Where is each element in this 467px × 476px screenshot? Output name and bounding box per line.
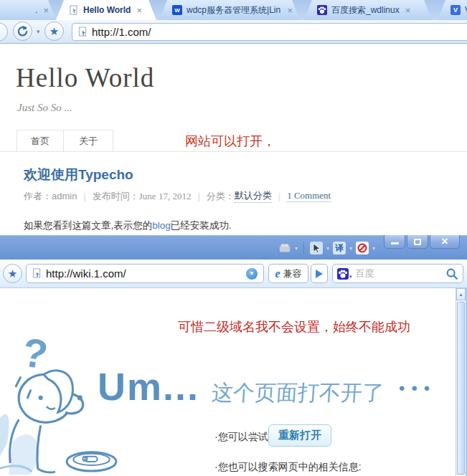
- chevron-down-icon[interactable]: ▾: [37, 28, 40, 35]
- body-text: 已经安装成功.: [171, 220, 232, 231]
- post-title[interactable]: 欢迎使用Typecho: [24, 166, 133, 184]
- error-try-label: ·您可以尝试: [214, 431, 268, 444]
- chevron-down-icon[interactable]: ▾: [349, 245, 352, 252]
- tab-baidu-search[interactable]: 百度搜索_wdlinux ×: [304, 0, 432, 20]
- tab-hello-world[interactable]: Hello World ×: [56, 0, 156, 20]
- tab-label: 百度搜索_wdlinux: [331, 4, 400, 16]
- meta-separator: |: [197, 191, 199, 201]
- meta-date: June 17, 2012: [139, 191, 192, 202]
- refresh-button[interactable]: [13, 22, 32, 41]
- chevron-down-icon[interactable]: ▾: [326, 245, 329, 252]
- search-input[interactable]: [356, 268, 442, 279]
- wdcp-icon: W: [172, 5, 182, 15]
- screen: . × Hello World × W wdcp服务器管理系统|Lin... ×…: [0, 0, 467, 476]
- tab-label: .: [35, 5, 37, 15]
- ie-icon: e: [275, 268, 280, 280]
- star-icon: ★: [8, 268, 17, 279]
- cursor-tool-icon[interactable]: [310, 242, 323, 254]
- blog-link[interactable]: blog: [152, 220, 171, 231]
- meta-category-label: 分类：: [207, 190, 235, 203]
- url-dropdown-icon[interactable]: ▼: [246, 268, 258, 280]
- chevron-down-icon: ▾: [349, 274, 352, 280]
- chevron-down-icon[interactable]: ▾: [372, 245, 375, 252]
- url-text: http://1.com/: [92, 26, 151, 38]
- search-icon[interactable]: [445, 267, 458, 280]
- maximize-button[interactable]: [407, 235, 428, 249]
- browser1-nav-bar: ▾ ★ http://1.com/: [0, 20, 467, 44]
- close-icon: ×: [441, 236, 448, 247]
- browser2-title-bar[interactable]: ▾ ▾ 译 ▾ ▾ ×: [0, 235, 467, 260]
- baidu-paw-icon: [317, 5, 327, 15]
- back-button[interactable]: [0, 22, 8, 42]
- archive-icon[interactable]: [278, 242, 291, 254]
- nav-item-home[interactable]: 首页: [16, 130, 64, 152]
- close-icon[interactable]: ×: [287, 5, 293, 16]
- favorites-button[interactable]: ★: [44, 22, 64, 41]
- compatibility-label: 兼容: [283, 267, 302, 280]
- vm-icon: V: [451, 5, 461, 15]
- meta-date-label: 发布时间：: [93, 190, 139, 203]
- error-um-text: Um...: [98, 364, 199, 409]
- close-button[interactable]: ×: [430, 235, 460, 249]
- blog-page: Hello World Just So So ... 首页 关于 网站可以打开，…: [0, 44, 467, 235]
- refresh-icon: [16, 25, 29, 37]
- annotation-text-1: 网站可以打开，: [185, 133, 275, 150]
- ellipsis-dots: •••: [399, 379, 436, 399]
- meta-separator: |: [278, 191, 280, 201]
- category-link[interactable]: 默认分类: [235, 189, 272, 203]
- window-controls: ×: [384, 235, 460, 249]
- browser1-tab-bar: . × Hello World × W wdcp服务器管理系统|Lin... ×…: [0, 0, 467, 20]
- star-icon: ★: [49, 26, 59, 37]
- search-engine-selector[interactable]: ▾: [337, 268, 352, 280]
- minimize-button[interactable]: [384, 235, 405, 249]
- tab-wdcp[interactable]: W wdcp服务器管理系统|Lin... ×: [159, 0, 300, 20]
- body-text: 如果您看到这篇文章,表示您的: [24, 220, 152, 231]
- browser2-nav-bar: ★ http://wiki.1.com/ ▼ e 兼容 ▾: [0, 260, 467, 288]
- error-search-tip: ·您也可以搜索网页中的相关信息:: [214, 461, 362, 474]
- translate-icon[interactable]: 译: [333, 242, 346, 254]
- compatibility-button[interactable]: e 兼容: [268, 264, 308, 283]
- close-icon[interactable]: ×: [405, 5, 411, 16]
- scroll-up-button[interactable]: ▲: [456, 288, 466, 300]
- retry-button[interactable]: 重新打开: [268, 424, 331, 447]
- go-icon: [316, 270, 323, 278]
- nav-item-about[interactable]: 关于: [63, 130, 113, 152]
- error-message: 这个页面打不开了: [211, 379, 385, 408]
- chevron-down-icon[interactable]: ▾: [295, 245, 298, 252]
- post-meta: 作者：admin | 发布时间：June 17, 2012 | 分类：默认分类 …: [24, 189, 331, 203]
- meta-author: admin: [52, 191, 77, 201]
- meta-author-label: 作者：: [24, 190, 52, 203]
- post-body: 如果您看到这篇文章,表示您的blog已经安装成功.: [24, 219, 232, 232]
- search-box[interactable]: ▾: [332, 264, 463, 283]
- address-bar[interactable]: http://wiki.1.com/ ▼: [26, 264, 264, 283]
- browser2-window: ▾ ▾ 译 ▾ ▾ × ★: [0, 235, 467, 476]
- url-text: http://wiki.1.com/: [46, 267, 126, 280]
- error-page: 可惜二级域名我不会设置，始终不能成功 ?: [0, 288, 467, 476]
- scrollbar[interactable]: ▲: [456, 288, 466, 476]
- favorites-button[interactable]: ★: [3, 264, 22, 283]
- tab-vm-partial[interactable]: V VM: [438, 0, 467, 20]
- tab-label: Hello World: [83, 5, 131, 15]
- close-icon[interactable]: ×: [43, 5, 49, 16]
- page-icon: [78, 27, 88, 37]
- minimize-icon: [391, 242, 399, 244]
- meta-separator: |: [83, 191, 85, 201]
- toolbar-divider: [303, 242, 304, 254]
- site-subtitle: Just So So ...: [17, 102, 72, 114]
- close-icon[interactable]: ×: [136, 5, 142, 16]
- comments-link[interactable]: 1 Comment: [287, 190, 331, 202]
- annotation-text-2: 可惜二级域名我不会设置，始终不能成功: [178, 318, 410, 335]
- baidu-paw-icon: [337, 268, 349, 280]
- maximize-icon: [414, 239, 421, 245]
- ad-block-icon[interactable]: [356, 242, 369, 254]
- scrollbar-thumb[interactable]: [457, 302, 465, 475]
- tab-label: wdcp服务器管理系统|Lin...: [187, 4, 281, 16]
- page-icon: [32, 268, 42, 279]
- page-icon: [69, 5, 79, 15]
- tab-partial[interactable]: . ×: [0, 0, 56, 20]
- go-button[interactable]: [311, 264, 328, 283]
- browser2-toolbar: ▾ ▾ 译 ▾ ▾: [278, 242, 375, 254]
- svg-text:?: ?: [19, 333, 51, 378]
- address-bar[interactable]: http://1.com/: [72, 23, 467, 41]
- site-title: Hello World: [16, 62, 154, 93]
